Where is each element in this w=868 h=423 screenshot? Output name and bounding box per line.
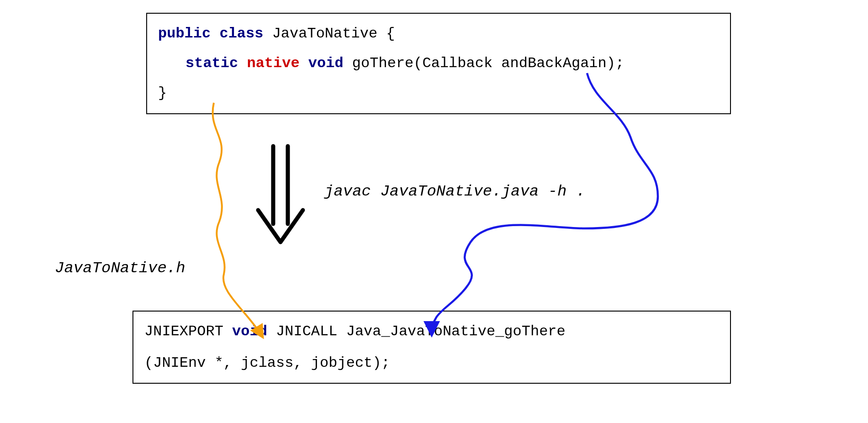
java-line-2: static native void goThere(Callback andB… <box>158 52 719 75</box>
keyword-public: public <box>158 25 211 42</box>
jniexport: JNIEXPORT <box>144 323 232 340</box>
java-code-box: public class JavaToNative { static nativ… <box>146 13 731 114</box>
c-header-box: JNIEXPORT void JNICALL Java_JavaToNative… <box>132 311 731 384</box>
closing-brace: } <box>158 85 167 101</box>
keyword-static: static <box>185 55 238 72</box>
keyword-void-c: void <box>232 323 267 340</box>
keyword-class: class <box>219 25 263 42</box>
keyword-native: native <box>247 55 299 72</box>
java-line-3: } <box>158 81 719 105</box>
header-file-label: JavaToNative.h <box>55 259 185 277</box>
c-line-2: (JNIEnv *, jclass, jobject); <box>144 351 719 375</box>
method-signature: goThere(Callback andBackAgain); <box>352 55 624 72</box>
keyword-void: void <box>308 55 344 72</box>
class-name: JavaToNative { <box>272 25 395 42</box>
jnicall-fn: JNICALL Java_JavaToNative_goThere <box>267 323 566 340</box>
java-line-1: public class JavaToNative { <box>158 22 719 45</box>
javac-command: javac JavaToNative.java -h . <box>324 183 585 200</box>
big-down-arrow <box>258 146 303 242</box>
c-params: (JNIEnv *, jclass, jobject); <box>144 354 390 371</box>
orange-wavy-arrow <box>213 103 263 337</box>
c-line-1: JNIEXPORT void JNICALL Java_JavaToNative… <box>144 320 719 343</box>
